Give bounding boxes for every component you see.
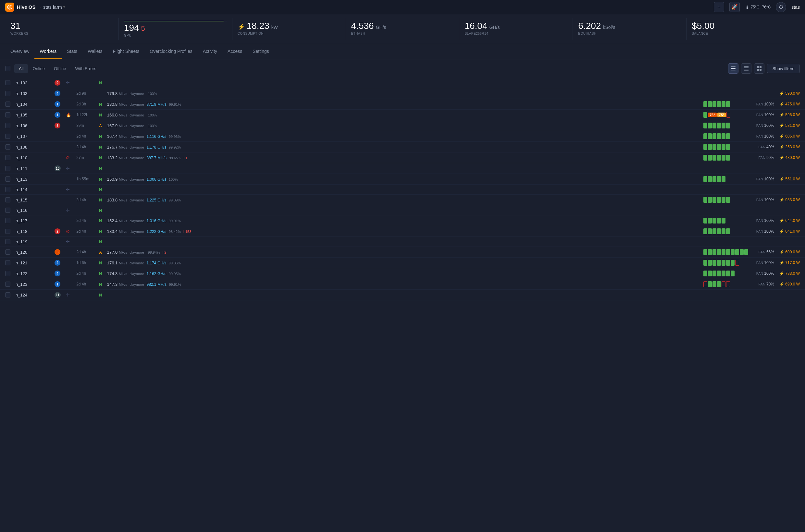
row-checkbox[interactable] [5,197,11,203]
worker-name[interactable]: h_107 [16,134,27,139]
gpu-bar [713,122,716,129]
worker-name[interactable]: h_116 [16,208,27,213]
nav-flightsheets[interactable]: Flight Sheets [108,44,145,59]
row-checkbox[interactable] [5,239,11,244]
nav-access[interactable]: Access [222,44,248,59]
worker-fan: FAN 90% [751,152,777,163]
status-indicator: N [99,198,102,203]
filter-online[interactable]: Online [28,64,49,73]
row-checkbox[interactable] [5,134,11,139]
nav-wallets[interactable]: Wallets [83,44,107,59]
gpu-bar [713,155,716,160]
farm-name[interactable]: stas farm ▾ [43,4,65,10]
worker-name[interactable]: h_118 [16,229,27,234]
row-checkbox[interactable] [5,229,11,234]
gpu-bar [721,133,726,139]
rocket-icon[interactable]: 🚀 [729,2,740,12]
status-indicator: N [99,208,102,213]
worker-name[interactable]: h_110 [16,155,27,160]
worker-badge: 9 [55,80,60,86]
gpu-bar [713,270,716,277]
gpu-bar [708,281,712,287]
row-checkbox[interactable] [5,91,11,96]
row-checkbox[interactable] [5,80,11,85]
row-checkbox[interactable] [5,218,11,223]
filter-offline[interactable]: Offline [49,64,70,73]
worker-power: ⚡ 531.0 W [777,120,805,131]
worker-fan [751,185,777,195]
worker-name[interactable]: h_121 [16,261,27,265]
filter-errors[interactable]: With Errors [70,64,100,73]
nav-overview[interactable]: Overview [5,44,34,59]
worker-gpu-bars [701,131,751,142]
svg-rect-2 [731,66,735,67]
view-list-icon[interactable] [728,63,738,74]
nav-settings[interactable]: Settings [248,44,274,59]
gpu-bar [703,260,707,266]
gpu-bar [740,249,744,255]
row-checkbox[interactable] [5,123,11,128]
view-compact-icon[interactable] [741,63,751,74]
worker-name[interactable]: h_124 [16,292,27,298]
row-checkbox[interactable] [5,187,11,192]
row-checkbox[interactable] [5,155,11,160]
worker-gpu-bars [701,163,751,174]
row-checkbox[interactable] [5,271,11,276]
gpu-bar [708,270,712,277]
filter-all[interactable]: All [14,64,28,73]
worker-power: ⚡ 690.0 W [777,279,805,290]
add-button[interactable]: ＋ [714,2,724,12]
nav-stats[interactable]: Stats [62,44,83,59]
row-checkbox[interactable] [5,144,11,150]
worker-power [777,205,805,215]
select-all-checkbox[interactable] [5,66,11,71]
row-checkbox[interactable] [5,101,11,107]
worker-name[interactable]: h_108 [16,145,27,150]
worker-name[interactable]: h_103 [16,91,27,96]
view-grid-icon[interactable] [754,63,764,74]
worker-uptime: 2d 4h [74,279,96,290]
worker-name[interactable]: h_120 [16,250,27,255]
svg-rect-6 [744,68,749,68]
svg-rect-4 [731,70,735,70]
worker-fan: FAN 100% [751,110,777,120]
row-checkbox[interactable] [5,176,11,182]
worker-fan: FAN 100% [751,131,777,142]
row-checkbox[interactable] [5,166,11,171]
row-checkbox[interactable] [5,282,11,287]
nav-workers[interactable]: Workers [34,44,62,59]
row-checkbox[interactable] [5,249,11,255]
show-filters-button[interactable]: Show filters [767,64,800,73]
clock-button[interactable]: ⏱ [776,2,786,12]
row-checkbox[interactable] [5,260,11,265]
worker-name[interactable]: h_111 [16,166,27,171]
worker-name[interactable]: h_113 [16,177,27,182]
worker-uptime: 2d 4h [74,247,96,258]
worker-fan [751,78,777,88]
ethash-label: ETHASH [351,32,454,35]
worker-name[interactable]: h_123 [16,282,27,287]
row-checkbox[interactable] [5,292,11,298]
worker-power: ⚡ 783.0 W [777,268,805,279]
row-checkbox[interactable] [5,112,11,117]
status-indicator: N [99,134,102,139]
nav-overclocking[interactable]: Overclocking Profiles [144,44,198,59]
worker-name[interactable]: h_106 [16,123,27,128]
filter-right: Show filters [728,63,800,74]
worker-name[interactable]: h_104 [16,102,27,107]
status-indicator: N [99,261,102,265]
nav-activity[interactable]: Activity [198,44,222,59]
worker-name[interactable]: h_122 [16,271,27,276]
worker-hashrate: 130.8 MH/s claymore 871.9 MH/s 99.91% [105,99,701,110]
worker-name[interactable]: h_117 [16,218,27,223]
worker-name[interactable]: h_102 [16,80,27,85]
worker-name[interactable]: h_114 [16,187,27,192]
logo[interactable]: Hive OS [5,3,36,12]
gpu-bar [726,249,730,255]
worker-name[interactable]: h_105 [16,113,27,117]
worker-name[interactable]: h_119 [16,240,27,244]
username[interactable]: stas [791,4,800,10]
worker-name[interactable]: h_115 [16,197,27,203]
equihash-label: EQUIHASH [578,32,681,35]
row-checkbox[interactable] [5,208,11,213]
